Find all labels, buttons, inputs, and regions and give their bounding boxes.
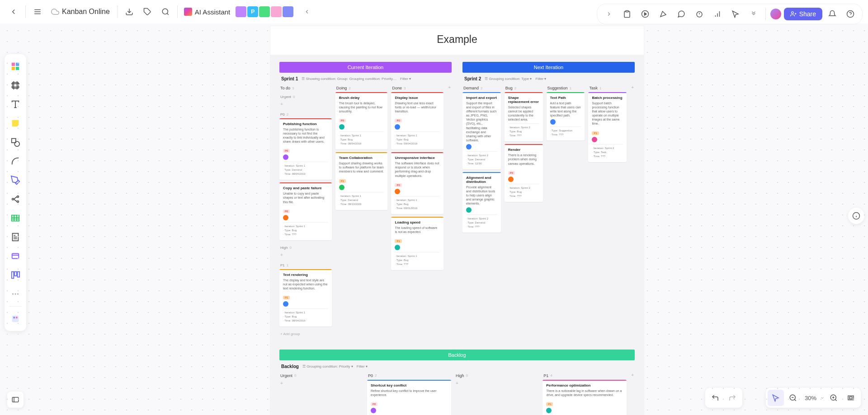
kanban-card[interactable]: Render There is a rendering problem when… [505, 144, 543, 201]
add-card-button[interactable]: + [279, 252, 332, 261]
card-title: Shortcut key conflict [371, 383, 448, 387]
cursor-tool-button[interactable] [727, 6, 744, 22]
ai-assistant-button[interactable]: AI Assistant [184, 8, 230, 16]
card-title: Import and export [466, 96, 497, 100]
sprint-meta[interactable]: ☰ Grouping condition: Priority ▾ [302, 364, 353, 368]
timer-button[interactable] [691, 6, 708, 22]
iteration-header[interactable]: Backlog [279, 350, 635, 360]
download-button[interactable] [121, 4, 137, 20]
column-header[interactable]: High 0 [455, 372, 539, 380]
column-header[interactable]: P1 4 [542, 372, 627, 380]
doc-title[interactable]: Kanban Online [51, 8, 110, 16]
card-desc: Support the import and export of files i… [466, 101, 497, 142]
divider [25, 5, 26, 18]
filter-button[interactable]: Filter ▾ [357, 364, 368, 368]
assignee-avatar [466, 207, 472, 213]
card-meta: Iteration: Sprint 2Type: BugTime: ??? [508, 123, 539, 138]
collapse-users-button[interactable] [299, 4, 315, 20]
column-header[interactable]: Bug 2 [505, 84, 543, 92]
user-chip[interactable] [271, 6, 282, 17]
iteration-header[interactable]: Current Iteration [279, 62, 452, 73]
share-button[interactable]: Share [784, 8, 822, 20]
kanban-card[interactable]: Shortcut key conflict Refine shortcut ke… [367, 380, 451, 415]
play-button[interactable] [637, 6, 653, 22]
help-button[interactable] [842, 6, 859, 22]
user-avatar[interactable] [769, 8, 782, 20]
kanban-card[interactable]: Shape replacement error Selected shapes … [505, 92, 543, 141]
add-column-button[interactable]: + [630, 372, 635, 415]
card-desc: Support sharing drawing works to softwar… [339, 161, 384, 173]
chart-button[interactable] [709, 6, 726, 22]
group-label[interactable]: High 0 [279, 243, 332, 252]
topbar: Kanban Online AI Assistant P Share [0, 0, 868, 23]
sprint-meta[interactable]: ☰ Grouping condition: Type ▾ [485, 77, 532, 81]
kanban-card[interactable]: Performance optimization There is a noti… [542, 380, 627, 415]
sprint-meta[interactable]: ☰ Showing condition: Group: Grouping con… [302, 77, 396, 81]
group-label[interactable]: P0 2 [279, 110, 332, 118]
add-group-button[interactable]: + Add group [279, 329, 452, 339]
card-meta: Iteration: Sprint 1Type: BugTime: 08/01/… [395, 196, 440, 210]
tag-button[interactable] [139, 4, 156, 20]
kanban-card[interactable]: Import and export Support the import and… [462, 92, 501, 169]
add-column-button[interactable]: + [630, 84, 635, 235]
assignee-avatar [395, 189, 400, 194]
group-label[interactable]: Urgent 0 [279, 92, 332, 101]
doc-title-text: Kanban Online [62, 8, 110, 16]
card-meta: Iteration: Sprint 1Type: DemandTime: 08/… [339, 192, 384, 206]
back-button[interactable] [5, 4, 22, 20]
kanban-card[interactable]: Batch processing Support batch processin… [588, 92, 627, 162]
filter-button[interactable]: Filter ▾ [400, 77, 411, 81]
add-card-button[interactable]: + [455, 380, 539, 389]
column-header[interactable]: Task 1 [588, 84, 627, 92]
kanban-card[interactable]: Loading speed The loading speed of softw… [391, 217, 443, 270]
kanban-column: Bug 2 Shape replacement error Selected s… [505, 84, 543, 235]
card-desc: The display and text style are not as ex… [283, 278, 328, 290]
kanban-card[interactable]: Text rendering The display and text styl… [279, 269, 332, 326]
canvas[interactable]: Example Current Iteration Sprint 1 ☰ Sho… [0, 23, 868, 415]
filter-button[interactable]: Filter ▾ [535, 77, 546, 81]
user-chip[interactable] [283, 6, 293, 17]
kanban-card[interactable]: Copy and paste failure Unable to copy an… [279, 182, 332, 240]
comment-button[interactable] [673, 6, 689, 22]
user-chip[interactable] [236, 6, 246, 17]
column-header[interactable]: To do 3 [279, 84, 332, 92]
assignee-avatar [283, 154, 288, 160]
priority-tag: P0 [395, 119, 401, 122]
kanban-card[interactable]: Alignment and distribution Provide align… [462, 172, 501, 233]
sprint-name: Sprint 2 [464, 76, 481, 81]
kanban-card[interactable]: Text Path Add a text path feature that u… [547, 92, 585, 140]
column-header[interactable]: Demand 2 [462, 84, 501, 92]
user-chip[interactable]: P [247, 6, 258, 17]
sprint-row: Sprint 2 ☰ Grouping condition: Type ▾ Fi… [462, 73, 635, 84]
column-header[interactable]: Done 3 [391, 84, 443, 92]
card-meta: Iteration: Sprint 1Type: BugTime: 08/04/… [339, 131, 384, 146]
menu-button[interactable] [29, 4, 46, 20]
kanban-card[interactable]: Team Collaboration Support sharing drawi… [335, 152, 388, 210]
clipboard-button[interactable] [619, 6, 635, 22]
kanban-card[interactable]: Brush delay The brush tool is delayed, c… [335, 92, 388, 149]
kanban-card[interactable]: Unresponsive interface The software inte… [391, 152, 443, 214]
divider [177, 5, 178, 18]
column-header[interactable]: Doing 2 [335, 84, 388, 92]
add-column-button[interactable]: + [447, 84, 452, 329]
iteration-header[interactable]: Next Iteration [462, 62, 635, 73]
kanban-card[interactable]: Publishing function The publishing funct… [279, 118, 332, 180]
add-card-button[interactable]: + [279, 380, 363, 389]
kanban-card[interactable]: Display issue Drawing text use less exac… [391, 92, 443, 149]
celebrate-button[interactable] [655, 6, 671, 22]
priority-tag: P1 [546, 402, 553, 406]
notifications-button[interactable] [824, 6, 840, 22]
expand-right-button[interactable] [601, 6, 617, 22]
more-chevron-button[interactable] [745, 6, 762, 22]
group-label[interactable]: P1 1 [279, 261, 332, 269]
frame-example[interactable]: Example Current Iteration Sprint 1 ☰ Sho… [270, 26, 644, 415]
card-meta: Iteration: Sprint 2Type: TaskTime: ??? [592, 144, 623, 159]
user-chip[interactable] [259, 6, 270, 17]
search-button[interactable] [157, 4, 174, 20]
add-card-button[interactable]: + [279, 101, 332, 110]
card-desc: There is a rendering problem when doing … [508, 153, 539, 165]
column-header[interactable]: Urgent 0 [279, 372, 363, 380]
card-desc: The publishing function is necessary to … [283, 127, 328, 144]
column-header[interactable]: P0 2 [367, 372, 451, 380]
column-header[interactable]: Suggestion 1 [547, 84, 585, 92]
